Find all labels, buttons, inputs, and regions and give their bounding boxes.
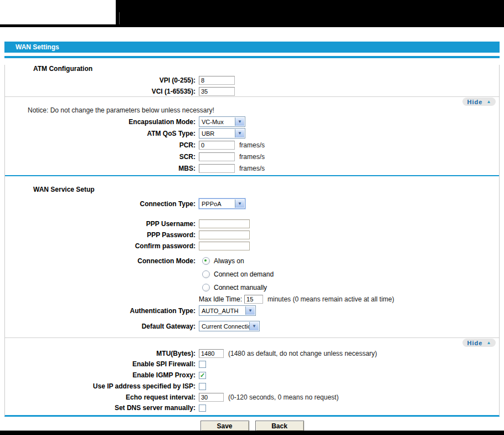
vpi-row: VPI (0-255): [5,75,499,85]
mbs-label: MBS: [5,165,196,172]
panel-top-strip [4,56,500,58]
default-gateway-select[interactable]: Current Connection ▼ [199,321,260,331]
encapsulation-mode-row: Encapsulation Mode: VC-Mux ▼ [5,116,499,127]
dns-manual-row: Set DNS server manually: ✓ [5,403,499,412]
connect-manually-row: Connect manually [5,281,499,294]
connect-manually-radio[interactable] [202,284,210,291]
mbs-input[interactable] [199,164,235,173]
chevron-down-icon: ▼ [245,306,255,315]
connection-mode-label: Connection Mode: [5,257,196,265]
header-divider [119,12,120,24]
mtu-note: (1480 as default, do not change unless n… [228,350,377,357]
connection-type-value: PPPoA [202,201,221,207]
wan-service-setup-heading: WAN Service Setup [5,186,499,194]
authentication-type-select[interactable]: AUTO_AUTH ▼ [199,305,256,316]
chevron-up-icon: ▲ [486,341,491,345]
chevron-down-icon: ▼ [235,117,244,126]
authentication-type-value: AUTO_AUTH [202,308,238,314]
chevron-up-icon: ▲ [486,100,491,104]
ppp-password-label: PPP Password: [5,231,196,239]
mtu-row: MTU(Bytes): (1480 as default, do not cha… [5,349,499,358]
use-isp-ip-row: Use IP address specified by ISP: ✓ [5,382,499,391]
vci-input[interactable] [199,87,235,96]
chevron-down-icon: ▼ [249,322,259,330]
default-gateway-row: Default Gateway: Current Connection ▼ [5,321,499,331]
confirm-password-label: Confirm password: [5,242,196,250]
always-on-radio[interactable] [202,257,210,265]
pcr-row: PCR: frames/s [5,140,499,150]
header-bottom-bar [0,24,504,27]
echo-interval-input[interactable] [199,393,224,402]
atm-qos-select[interactable]: UBR ▼ [199,128,245,139]
check-icon: ✓ [200,372,205,379]
advanced-hide-button[interactable]: Hide ▲ [462,339,496,347]
vci-label: VCI (1-65535): [5,88,196,95]
connection-mode-row: Connection Mode: Always on [5,254,499,268]
hide-button-label: Hide [467,99,483,105]
wan-settings-panel: WAN Settings ATM Configuration VPI (0-25… [4,42,500,417]
brand-logo-area [0,0,116,24]
spi-firewall-label: Enable SPI Firewall: [5,360,196,368]
connect-on-demand-radio[interactable] [202,270,210,278]
atm-configuration-heading: ATM Configuration [5,65,499,73]
authentication-type-row: Authentication Type: AUTO_AUTH ▼ [5,305,499,316]
max-idle-time-note: minutes (0 means remain active at all ti… [268,295,394,303]
notice-text: Notice: Do not change the parameters bel… [5,106,499,115]
page-bottom-bar [0,431,504,435]
pcr-label: PCR: [5,141,196,149]
ppp-username-label: PPP Username: [5,220,196,228]
connect-manually-label: Connect manually [214,284,267,291]
back-button[interactable]: Back [255,421,304,431]
use-isp-ip-label: Use IP address specified by ISP: [5,382,196,390]
vci-row: VCI (1-65535): [5,86,499,96]
atm-qos-label: ATM QoS Type: [5,130,196,137]
igmp-proxy-row: Enable IGMP Proxy: ✓ [5,371,499,380]
connect-on-demand-row: Connect on demand [5,268,499,281]
atm-qos-value: UBR [202,130,214,137]
authentication-type-label: Authentication Type: [5,307,196,315]
encapsulation-mode-select[interactable]: VC-Mux ▼ [199,116,245,127]
spi-firewall-checkbox[interactable]: ✓ [199,361,206,368]
atm-hide-button[interactable]: Hide ▲ [462,98,496,106]
scr-row: SCR: frames/s [5,152,499,162]
ppp-username-input[interactable] [199,219,250,228]
pcr-unit: frames/s [239,141,265,149]
footer-actions: Save Back [0,421,504,431]
confirm-password-row: Confirm password: [5,241,499,250]
connection-type-label: Connection Type: [5,200,196,208]
header-banner [116,0,504,24]
ppp-password-input[interactable] [199,231,250,239]
igmp-proxy-label: Enable IGMP Proxy: [5,371,196,379]
mbs-unit: frames/s [239,165,265,172]
dns-manual-checkbox[interactable]: ✓ [199,405,206,412]
section-divider-blue [5,175,499,176]
connection-type-row: Connection Type: PPPoA ▼ [5,198,499,209]
scr-input[interactable] [199,152,235,161]
connection-type-select[interactable]: PPPoA ▼ [199,198,245,209]
encapsulation-mode-label: Encapsulation Mode: [5,118,196,126]
confirm-password-input[interactable] [199,242,250,250]
igmp-proxy-checkbox[interactable]: ✓ [199,372,206,379]
ppp-password-row: PPP Password: [5,230,499,239]
vpi-label: VPI (0-255): [5,76,196,84]
max-idle-time-input[interactable] [244,295,263,304]
use-isp-ip-checkbox[interactable]: ✓ [199,383,206,390]
vpi-input[interactable] [199,76,235,85]
mtu-input[interactable] [199,349,224,358]
chevron-down-icon: ▼ [235,129,244,137]
panel-body: ATM Configuration VPI (0-255): VCI (1-65… [4,65,500,417]
default-gateway-value: Current Connection [202,323,254,330]
max-idle-time-row: Max Idle Time: minutes (0 means remain a… [5,294,499,304]
scr-unit: frames/s [239,153,265,161]
mbs-row: MBS: frames/s [5,163,499,173]
echo-interval-note: (0-120 seconds, 0 means no request) [228,393,338,401]
connect-on-demand-label: Connect on demand [214,270,274,278]
save-button[interactable]: Save [200,421,249,431]
echo-interval-label: Echo request interval: [5,393,196,401]
section-divider [5,96,499,97]
pcr-input[interactable] [199,141,235,150]
encapsulation-mode-value: VC-Mux [202,119,224,125]
default-gateway-label: Default Gateway: [5,323,196,330]
section-divider [5,337,499,338]
atm-qos-row: ATM QoS Type: UBR ▼ [5,128,499,139]
